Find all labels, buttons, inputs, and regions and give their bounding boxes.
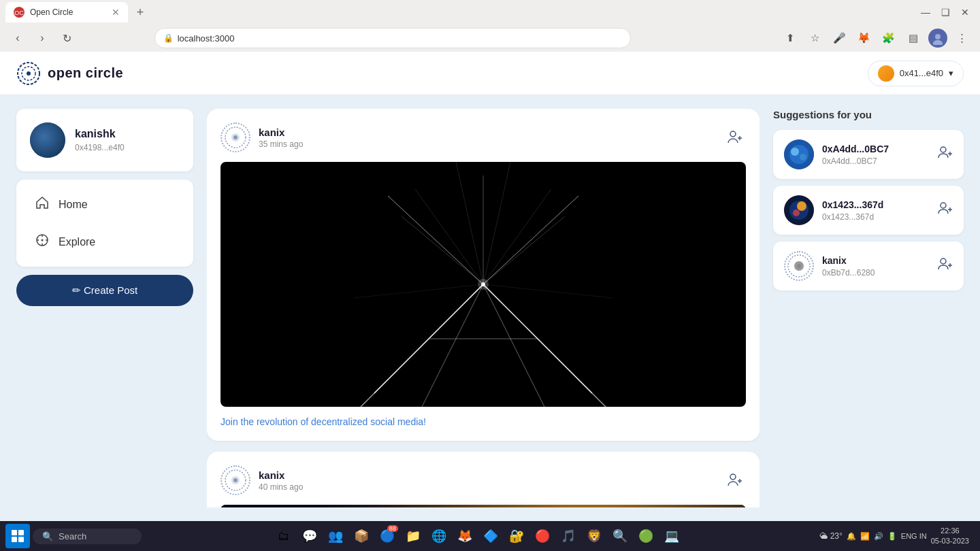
svg-text:OC: OC bbox=[14, 10, 24, 16]
svg-rect-48 bbox=[220, 505, 746, 507]
taskbar: 🔍 Search 🗂 💬 👥 📦 🔵 88 📁 🌐 🦊 🔷 🔐 🔴 🎵 🦁 🔍 … bbox=[0, 521, 980, 551]
refresh-button[interactable]: ↻ bbox=[57, 29, 76, 48]
language: ENG IN bbox=[901, 532, 927, 540]
suggestion-follow-button[interactable] bbox=[938, 201, 953, 220]
svg-point-60 bbox=[793, 210, 800, 216]
fox-icon[interactable]: 🦊 bbox=[855, 29, 874, 48]
taskbar-date: 05-03-2023 bbox=[931, 536, 969, 546]
svg-point-54 bbox=[941, 147, 946, 152]
post-image bbox=[220, 505, 746, 507]
profile-address: 0x4198...e4f0 bbox=[75, 143, 125, 152]
taskbar-app-chrome[interactable]: 🌐 bbox=[427, 524, 451, 548]
logo-area: open circle bbox=[16, 61, 123, 86]
more-menu-icon[interactable]: ⋮ bbox=[953, 29, 972, 48]
svg-rect-49 bbox=[220, 505, 746, 507]
taskbar-app-chat[interactable]: 💬 bbox=[297, 524, 322, 548]
wallet-address: 0x41...e4f0 bbox=[900, 68, 943, 78]
tab-title: Open Circle bbox=[30, 7, 106, 17]
create-post-button[interactable]: ✏ Create Post bbox=[16, 275, 193, 306]
taskbar-time: 22:36 bbox=[931, 526, 969, 536]
start-button[interactable] bbox=[5, 524, 30, 548]
taskbar-app-brave[interactable]: 🦁 bbox=[582, 524, 606, 548]
post-caption: Join the revolution of decentralized soc… bbox=[220, 416, 746, 427]
suggestion-address: 0xBb7d...6280 bbox=[822, 268, 930, 278]
suggestion-avatar bbox=[784, 195, 814, 225]
address-bar[interactable]: 🔒 localhost:3000 bbox=[154, 28, 631, 48]
close-button[interactable]: ✕ bbox=[961, 7, 969, 18]
browser-tab[interactable]: OC Open Circle ✕ bbox=[5, 2, 128, 22]
suggestion-info: 0x1423...367d 0x1423...367d bbox=[822, 199, 930, 222]
svg-point-7 bbox=[27, 71, 31, 76]
svg-point-43 bbox=[233, 478, 238, 482]
weather-temp: 23° bbox=[830, 531, 843, 541]
post-time: 40 mins ago bbox=[259, 482, 724, 492]
battery-icon: 🔋 bbox=[887, 532, 897, 541]
wallet-avatar bbox=[878, 65, 894, 82]
minimize-button[interactable]: — bbox=[921, 7, 930, 18]
taskbar-badge: 88 bbox=[387, 525, 398, 532]
svg-point-17 bbox=[730, 131, 736, 137]
taskbar-app-badge[interactable]: 🔵 88 bbox=[375, 524, 399, 548]
taskbar-app-teams[interactable]: 👥 bbox=[323, 524, 348, 548]
window-controls: — ❑ ✕ bbox=[921, 7, 975, 18]
taskbar-app-firefox[interactable]: 🦊 bbox=[453, 524, 477, 548]
volume-icon[interactable]: 🔊 bbox=[874, 532, 883, 541]
post-header: kanix 35 mins ago bbox=[220, 122, 746, 152]
taskbar-time-area[interactable]: 22:36 05-03-2023 bbox=[931, 526, 969, 547]
wallet-button[interactable]: 0x41...e4f0 ▾ bbox=[868, 61, 964, 86]
taskbar-app-music[interactable]: 🎵 bbox=[556, 524, 581, 548]
bookmark-icon[interactable]: ☆ bbox=[806, 29, 825, 48]
sidebar-toggle-icon[interactable]: ▤ bbox=[904, 29, 923, 48]
suggestion-follow-button[interactable] bbox=[938, 146, 953, 164]
app-content: open circle 0x41...e4f0 ▾ kanishk 0x4198… bbox=[0, 52, 980, 521]
network-icon[interactable]: 📶 bbox=[860, 532, 870, 541]
left-sidebar: kanishk 0x4198...e4f0 Home bbox=[16, 109, 193, 507]
taskbar-app-opera[interactable]: 🔴 bbox=[530, 524, 555, 548]
back-button[interactable]: ‹ bbox=[8, 29, 27, 48]
maximize-button[interactable]: ❑ bbox=[941, 7, 950, 18]
new-tab-button[interactable]: + bbox=[131, 3, 150, 22]
suggestion-card: 0xA4dd...0BC7 0xA4dd...0BC7 bbox=[773, 130, 964, 179]
sidebar-item-home[interactable]: Home bbox=[22, 186, 188, 222]
feed: kanix 35 mins ago bbox=[207, 109, 760, 507]
follow-button[interactable] bbox=[724, 469, 746, 491]
extension-icon[interactable]: 🧩 bbox=[879, 29, 898, 48]
post-card: kanix 40 mins ago bbox=[207, 452, 760, 507]
taskbar-app-dropbox[interactable]: 📦 bbox=[349, 524, 374, 548]
browser-profile-button[interactable] bbox=[928, 29, 947, 48]
taskbar-app-files[interactable]: 🗂 bbox=[272, 524, 296, 548]
explore-label: Explore bbox=[59, 236, 95, 248]
taskbar-app-green[interactable]: 🟢 bbox=[634, 524, 658, 548]
taskbar-search[interactable]: 🔍 Search bbox=[33, 529, 142, 544]
taskbar-app-secure[interactable]: 🔐 bbox=[504, 524, 529, 548]
profile-card[interactable]: kanishk 0x4198...e4f0 bbox=[16, 109, 193, 171]
suggestion-name: 0x1423...367d bbox=[822, 199, 930, 210]
mic-icon[interactable]: 🎤 bbox=[830, 29, 849, 48]
taskbar-app-code[interactable]: 💻 bbox=[659, 524, 684, 548]
follow-button[interactable] bbox=[724, 127, 746, 148]
nav-card: Home Explore bbox=[16, 180, 193, 267]
wallet-dropdown-icon: ▾ bbox=[949, 68, 953, 78]
svg-point-9 bbox=[42, 239, 44, 241]
post-username: kanix bbox=[259, 469, 724, 481]
svg-point-44 bbox=[730, 474, 736, 480]
browser-chrome: OC Open Circle ✕ + — ❑ ✕ ‹ › ↻ 🔒 localho… bbox=[0, 0, 980, 52]
browser-toolbar: ‹ › ↻ 🔒 localhost:3000 ⬆ ☆ 🎤 🦊 🧩 ▤ ⋮ bbox=[0, 24, 980, 52]
system-icons[interactable]: 🔔 bbox=[847, 532, 856, 541]
tab-favicon: OC bbox=[14, 7, 24, 18]
taskbar-app-search[interactable]: 🔍 bbox=[608, 524, 632, 548]
taskbar-search-icon: 🔍 bbox=[42, 531, 53, 541]
taskbar-app-folder[interactable]: 📁 bbox=[401, 524, 425, 548]
taskbar-app-edge[interactable]: 🔷 bbox=[478, 524, 503, 548]
svg-point-67 bbox=[941, 258, 946, 264]
home-icon bbox=[35, 196, 49, 213]
post-avatar bbox=[220, 122, 250, 152]
suggestion-follow-button[interactable] bbox=[938, 257, 953, 276]
taskbar-system: 🌥 23° 🔔 📶 🔊 🔋 ENG IN 22:36 05-03-2023 bbox=[814, 526, 975, 547]
suggestion-info: kanix 0xBb7d...6280 bbox=[822, 255, 930, 278]
share-icon[interactable]: ⬆ bbox=[781, 29, 800, 48]
sidebar-item-explore[interactable]: Explore bbox=[22, 224, 188, 260]
tab-close-button[interactable]: ✕ bbox=[112, 7, 120, 18]
profile-name: kanishk bbox=[75, 128, 125, 140]
forward-button[interactable]: › bbox=[33, 29, 52, 48]
